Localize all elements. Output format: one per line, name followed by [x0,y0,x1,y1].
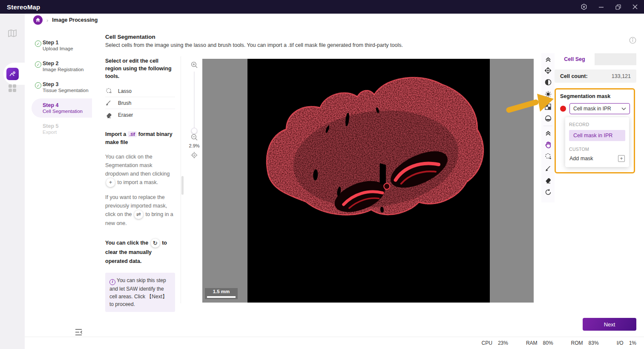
step-name: Export [43,130,92,135]
settings-gear-icon[interactable] [580,3,588,11]
io-stat: I/O 1% [617,340,636,346]
step-done-check-icon: ✓ [35,82,41,89]
mask-select-row: Cell mask in IPR [560,103,630,114]
chevron-right-icon: › [46,17,48,23]
step-item-upload-image[interactable]: ✓ Step 1 Upload Image [25,36,92,55]
scale-bar-line [207,296,236,298]
tools-heading: Select or edit the cell region using the… [105,57,175,80]
restore-icon[interactable] [614,3,622,11]
step-done-check-icon: ✓ [35,40,41,47]
app-window: StereoMap [0,0,644,349]
breadcrumb: › Image Processing [33,15,98,25]
brightness-icon[interactable] [541,89,555,99]
map-module-icon[interactable] [0,29,25,38]
mask-dropdown-menu: RECORD Cell mask in IPR CUSTOM Add mask … [565,117,629,167]
mask-color-swatch[interactable] [560,106,566,112]
cell-count-value: 133,121 [612,73,631,79]
import-heading: Import a .tif format binary make file [105,130,175,147]
reset-icon[interactable]: ↻ [151,239,160,248]
tool-label: Brush [118,100,131,106]
add-mask-item[interactable]: Add mask + [569,155,625,162]
pan-hand-icon[interactable] [541,139,555,150]
zoom-out-icon[interactable] [191,133,198,141]
stat-label: ROM [571,340,583,346]
opacity-drop-icon[interactable] [541,113,555,124]
view-toolbar [541,53,555,202]
mask-dropdown[interactable]: Cell mask in IPR [569,103,630,114]
contrast-icon[interactable] [541,77,555,87]
cell-count-label: Cell count: [560,73,588,79]
collapse-up-icon[interactable] [541,54,555,64]
segmentation-mask-highlight-box: Segmentation mask Cell mask in IPR RECOR… [555,88,635,173]
cell-mask-render [247,59,490,303]
plus-circle-icon[interactable]: + [106,178,115,187]
page-subtitle: Select cells from the image using the la… [105,42,403,48]
adjust-image-icon[interactable] [541,65,555,75]
collapse-up-icon-2[interactable] [541,128,555,138]
cell-seg-panel: Cell Seg Cell count: 133,121 Segmentatio… [555,53,636,173]
tab-cell-seg[interactable]: Cell Seg [555,53,595,65]
menu-item-cell-mask-ipr[interactable]: Cell mask in IPR [569,130,625,141]
locate-center-icon[interactable] [191,151,198,159]
step-name: Tissue Segmentation [43,88,92,93]
step-name: Upload Image [43,46,92,51]
swap-icon[interactable]: ⇌ [134,210,143,219]
import-hint: You can click on the Segmentation mask d… [105,153,175,187]
eraser-tool-row[interactable]: Eraser [105,109,175,121]
add-mask-plus-icon[interactable]: + [618,155,625,162]
zoom-slider[interactable] [194,72,195,132]
step-name: Image Registration [43,67,92,72]
stat-value: 23% [498,340,508,346]
tif-badge: .tif [128,131,137,137]
tissue-image[interactable] [247,59,490,303]
zoom-in-icon[interactable] [191,61,198,69]
record-group-label: RECORD [569,122,625,127]
zoom-slider-thumb[interactable] [191,128,197,134]
collapse-sidebar-icon[interactable] [75,329,83,337]
add-mask-label: Add mask [569,156,593,162]
step-item-cell-segmentation[interactable]: Step 4 Cell Segmentation [32,98,92,118]
scale-bar: 1.5 mm [205,288,238,299]
stat-label: CPU [482,340,492,346]
step-item-export: Step 5 Export [25,119,92,138]
step-item-tissue-segmentation[interactable]: ✓ Step 3 Tissue Segmentation [25,78,92,97]
toolbar-divider [543,126,552,126]
brush-tool-row[interactable]: Brush [105,97,175,109]
brush-icon [105,100,112,106]
image-canvas[interactable]: 1.5 mm [202,59,534,303]
stat-label: RAM [526,340,538,346]
app-title: StereoMap [7,3,40,11]
apps-grid-icon[interactable] [0,84,25,92]
scale-bar-label: 1.5 mm [205,288,238,295]
breadcrumb-label: Image Processing [52,17,98,23]
next-button[interactable]: Next [583,318,636,331]
lasso-select-icon[interactable] [541,151,555,162]
zoom-controls: 2.9% [188,61,200,159]
step-number: Step 1 [43,40,92,46]
eraser-tool-icon[interactable] [541,175,555,185]
stat-label: I/O [617,340,624,346]
lasso-tool-row[interactable]: Lasso [105,85,175,97]
status-bar: CPU 23% RAM 80% ROM 83% I/O 1% [25,337,644,349]
step-number: Step 4 [43,102,92,108]
brush-tool-icon[interactable] [541,163,555,173]
reset-view-icon[interactable] [541,187,555,197]
transparency-icon[interactable] [541,101,555,112]
close-icon[interactable] [631,3,639,11]
segmentation-mask-title: Segmentation mask [560,93,630,99]
page-info-icon[interactable] [629,37,636,46]
image-processing-module-icon[interactable] [6,68,19,80]
ram-stat: RAM 80% [526,340,553,346]
left-rail [0,14,25,349]
step-item-image-registration[interactable]: ✓ Step 2 Image Registration [25,57,92,76]
home-icon[interactable] [33,15,43,25]
tools-scrollbar[interactable] [181,176,184,195]
step-name: Cell Segmentation [43,109,92,114]
tool-list: Lasso Brush Eraser [105,85,175,121]
minimize-icon[interactable] [597,3,605,11]
panel-divider [181,56,181,303]
cpu-stat: CPU 23% [482,340,508,346]
title-bar: StereoMap [0,0,644,14]
step-done-check-icon: ✓ [35,61,41,68]
tools-panel: Select or edit the cell region using the… [105,57,175,312]
